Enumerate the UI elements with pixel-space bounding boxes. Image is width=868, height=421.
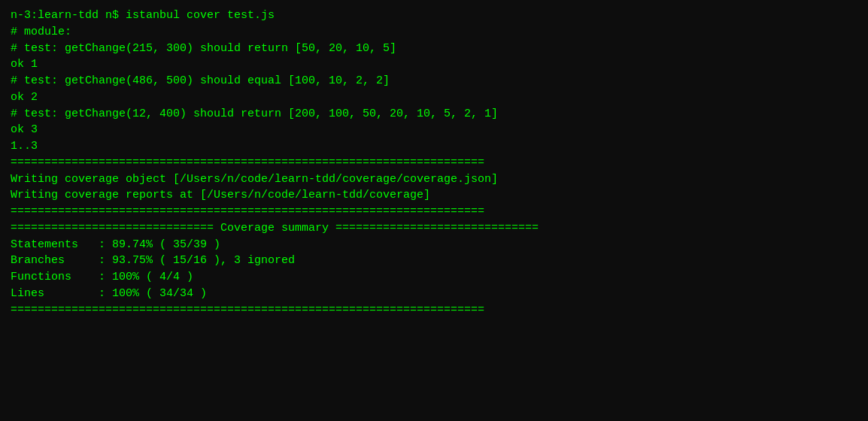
terminal-line: # test: getChange(12, 400) should return… bbox=[11, 106, 857, 123]
terminal-line: ============================== Coverage … bbox=[11, 220, 857, 237]
terminal-line: ok 3 bbox=[11, 122, 857, 138]
terminal-line: n-3:learn-tdd n$ istanbul cover test.js bbox=[11, 8, 857, 24]
terminal-line: 1..3 bbox=[11, 138, 857, 155]
terminal-line: Branches : 93.75% ( 15/16 ), 3 ignored bbox=[11, 253, 857, 269]
terminal-line: # module: bbox=[11, 24, 857, 41]
terminal-window: n-3:learn-tdd n$ istanbul cover test.js#… bbox=[0, 0, 868, 421]
terminal-line: Writing coverage reports at [/Users/n/co… bbox=[11, 187, 857, 204]
terminal-line: ok 1 bbox=[11, 56, 857, 73]
terminal-line: Writing coverage object [/Users/n/code/l… bbox=[11, 171, 857, 188]
terminal-line: # test: getChange(486, 500) should equal… bbox=[11, 73, 857, 89]
terminal-line: Statements : 89.74% ( 35/39 ) bbox=[11, 237, 857, 253]
terminal-line: ok 2 bbox=[11, 89, 857, 106]
terminal-line: Lines : 100% ( 34/34 ) bbox=[11, 286, 857, 302]
terminal-line: # test: getChange(215, 300) should retur… bbox=[11, 41, 857, 57]
terminal-line: ========================================… bbox=[11, 155, 857, 171]
terminal-line: ========================================… bbox=[11, 302, 857, 319]
terminal-line: Functions : 100% ( 4/4 ) bbox=[11, 269, 857, 286]
terminal-line: ========================================… bbox=[11, 204, 857, 220]
